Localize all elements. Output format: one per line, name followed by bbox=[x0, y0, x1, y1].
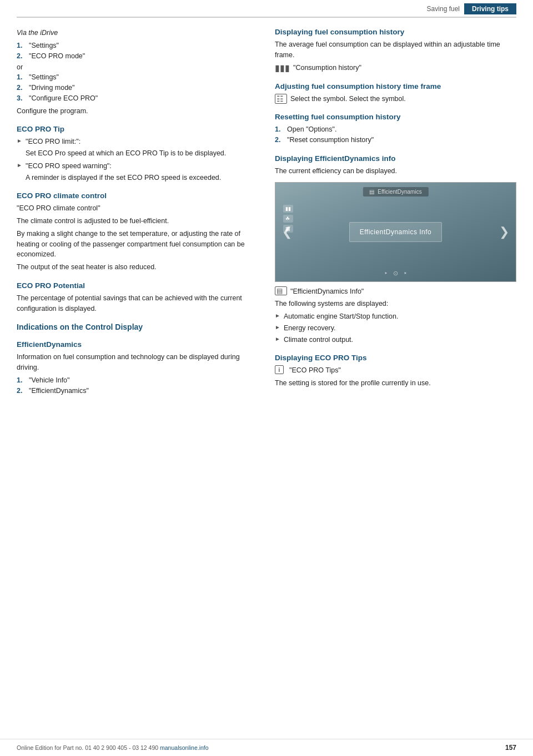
right-column: Displaying fuel consumption history The … bbox=[275, 28, 516, 398]
via-idrive-label: Via the iDrive bbox=[17, 28, 258, 38]
indications-heading: Indications on the Control Display bbox=[17, 322, 258, 331]
list-item: 1. "Settings" bbox=[17, 72, 258, 83]
bullet-label: "ECO PRO speed warning": bbox=[26, 161, 112, 172]
eco-tips-text: The setting is stored for the profile cu… bbox=[275, 378, 516, 389]
ed-center-panel: EfficientDynamics Info bbox=[349, 222, 443, 242]
list-item: 3. "Configure ECO PRO" bbox=[17, 93, 258, 104]
bullet-icon: ► bbox=[275, 324, 280, 330]
ed-info-label: "EfficientDynamics Info" bbox=[290, 286, 364, 297]
ed-bullet-1: ► Automatic engine Start/Stop function. bbox=[275, 311, 516, 322]
eco-pro-climate-text1: The climate control is adjusted to be fu… bbox=[17, 216, 258, 226]
ed-info-icon-line: ▤ "EfficientDynamics Info" bbox=[275, 286, 516, 297]
list-item: 1. "Settings" bbox=[17, 41, 258, 51]
ed-bottom-icon-3: ‣ bbox=[404, 270, 407, 277]
page-header: Saving fuel Driving tips bbox=[17, 0, 516, 18]
consumption-history-label: "Consumption history" bbox=[293, 63, 361, 73]
ed-bottom-icon-1: ‣ bbox=[384, 270, 388, 277]
ed-screen: ▤ EfficientDynamics ▮▮ ☘ ▦ ❮ EfficientDy… bbox=[275, 183, 516, 281]
displaying-ed-info-text: The current efficiency can be displayed. bbox=[275, 166, 516, 177]
ed-top-icon: ▤ bbox=[369, 189, 374, 195]
efficient-dynamics-text: Information on fuel consumption and tech… bbox=[17, 352, 258, 373]
main-content: Via the iDrive 1. "Settings" 2. "ECO PRO… bbox=[0, 18, 533, 398]
header-driving-tips: Driving tips bbox=[464, 3, 516, 14]
select-symbol-icon: ☷ bbox=[275, 94, 287, 104]
page-footer: Online Edition for Part no. 01 40 2 900 … bbox=[0, 739, 533, 756]
bullet-icon: ► bbox=[275, 313, 280, 319]
ed-icon-bar-chart: ▮▮ bbox=[283, 205, 293, 213]
ed-top-bar: ▤ EfficientDynamics bbox=[363, 187, 428, 196]
ed-bullet-2: ► Energy recovery. bbox=[275, 323, 516, 334]
bullet-label: "ECO PRO limit:": bbox=[26, 137, 81, 147]
displaying-ed-info-heading: Displaying EfficientDynamics info bbox=[275, 154, 516, 163]
eco-pro-tip-item-1: ► "ECO PRO limit:": bbox=[17, 137, 258, 147]
ed-center-label: EfficientDynamics Info bbox=[360, 228, 432, 236]
footer-text: Online Edition for Part no. 01 40 2 900 … bbox=[17, 744, 209, 751]
info-icon: i bbox=[275, 365, 284, 374]
eco-pro-climate-intro: "ECO PRO climate control" bbox=[17, 203, 258, 214]
bullet-text: Energy recovery. bbox=[284, 323, 336, 334]
efficient-dynamics-heading: EfficientDynamics bbox=[17, 340, 258, 349]
displaying-history-icon-line: ▮▮▮ "Consumption history" bbox=[275, 63, 516, 73]
eco-pro-climate-text3: The output of the seat heater is also re… bbox=[17, 262, 258, 273]
list-item: 2. "Reset consumption history" bbox=[275, 135, 516, 145]
adjusting-timeframe-heading: Adjusting fuel consumption history time … bbox=[275, 82, 516, 90]
eco-tips-icon-line: i "ECO PRO Tips" bbox=[275, 365, 516, 376]
ed-top-label: EfficientDynamics bbox=[378, 189, 421, 195]
ed-bottom-icons: ‣ ⊙ ‣ bbox=[384, 270, 407, 277]
page-number: 157 bbox=[505, 744, 516, 752]
resetting-history-list: 1. Open "Options". 2. "Reset consumption… bbox=[275, 124, 516, 145]
header-saving-fuel: Saving fuel bbox=[427, 5, 460, 13]
eco-pro-tip-item-2: ► "ECO PRO speed warning": bbox=[17, 161, 258, 172]
eco-pro-tip-sub-1: Set ECO Pro speed at which an ECO PRO Ti… bbox=[26, 148, 258, 159]
ed-bottom-icon-2: ⊙ bbox=[393, 270, 398, 277]
following-text: The following systems are displayed: bbox=[275, 299, 516, 309]
configure-text: Configure the program. bbox=[17, 106, 258, 117]
eco-pro-tip-sub-2: A reminder is displayed if the set ECO P… bbox=[26, 173, 258, 183]
displaying-history-heading: Displaying fuel consumption history bbox=[275, 28, 516, 36]
chart-bar-icon: ▮▮▮ bbox=[275, 63, 290, 73]
list-item: 2. "ECO PRO mode" bbox=[17, 51, 258, 62]
efficient-dynamics-image: ▤ EfficientDynamics ▮▮ ☘ ▦ ❮ EfficientDy… bbox=[275, 182, 516, 282]
list-item: 2. "Driving mode" bbox=[17, 83, 258, 93]
eco-pro-potential-text: The percentage of potential savings that… bbox=[17, 293, 258, 314]
eco-pro-potential-heading: ECO PRO Potential bbox=[17, 281, 258, 290]
displaying-eco-tips-heading: Displaying ECO PRO Tips bbox=[275, 354, 516, 362]
list-item: 1. Open "Options". bbox=[275, 124, 516, 135]
ed-info-icon: ▤ bbox=[275, 286, 287, 295]
bullet-icon: ► bbox=[17, 138, 22, 144]
bullet-text: Climate control output. bbox=[284, 335, 353, 345]
efficient-dynamics-list: 1. "Vehicle Info" 2. "EfficientDynamics" bbox=[17, 375, 258, 396]
displaying-history-text: The average fuel consumption can be disp… bbox=[275, 39, 516, 61]
resetting-history-heading: Resetting fuel consumption history bbox=[275, 113, 516, 121]
via-idrive-list2: 1. "Settings" 2. "Driving mode" 3. "Conf… bbox=[17, 72, 258, 103]
left-column: Via the iDrive 1. "Settings" 2. "ECO PRO… bbox=[17, 28, 258, 398]
select-symbol-label: Select the symbol. Select the symbol. bbox=[290, 94, 406, 104]
bullet-icon: ► bbox=[17, 162, 22, 168]
adjusting-timeframe-icon-line: ☷ Select the symbol. Select the symbol. bbox=[275, 94, 516, 104]
ed-icon-leaf: ☘ bbox=[283, 215, 293, 223]
ed-right-arrow-icon: ❯ bbox=[499, 225, 509, 239]
list-item: 2. "EfficientDynamics" bbox=[17, 386, 258, 396]
eco-tips-label: "ECO PRO Tips" bbox=[289, 365, 341, 376]
ed-bullet-3: ► Climate control output. bbox=[275, 335, 516, 345]
via-idrive-list1: 1. "Settings" 2. "ECO PRO mode" bbox=[17, 41, 258, 62]
ed-left-arrow-icon: ❮ bbox=[282, 225, 292, 239]
eco-pro-climate-text2: By making a slight change to the set tem… bbox=[17, 229, 258, 260]
bullet-text: Automatic engine Start/Stop function. bbox=[284, 311, 398, 322]
bullet-icon: ► bbox=[275, 336, 280, 342]
eco-pro-climate-heading: ECO PRO climate control bbox=[17, 191, 258, 200]
eco-pro-tip-heading: ECO PRO Tip bbox=[17, 125, 258, 133]
list-item: 1. "Vehicle Info" bbox=[17, 375, 258, 386]
or-text: or bbox=[17, 63, 258, 71]
